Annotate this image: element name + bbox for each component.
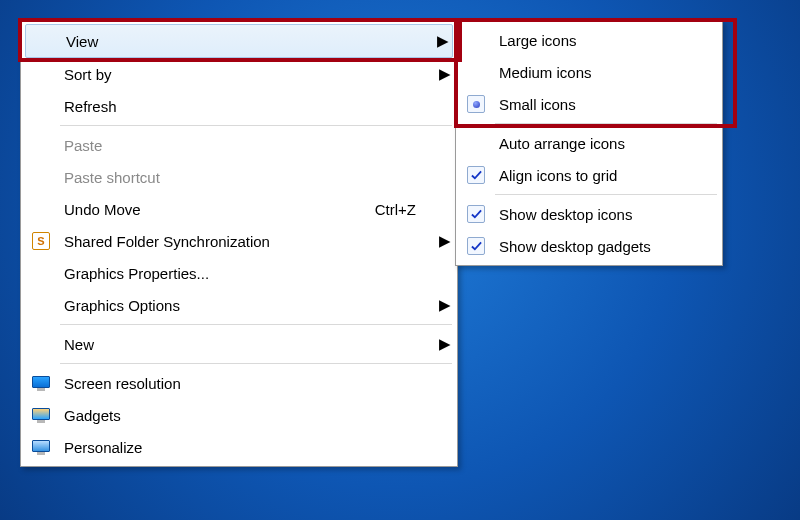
menu-item-sort-by[interactable]: Sort by ▶ [24,58,454,90]
desktop-background: View ▶ Sort by ▶ Refresh Paste Paste sho… [0,0,800,520]
menu-separator [60,125,452,126]
gadgets-icon [32,408,50,422]
menu-item-label: Graphics Properties... [58,265,436,282]
submenu-item-medium-icons[interactable]: Medium icons [459,56,719,88]
menu-separator [60,363,452,364]
menu-gutter [26,25,60,57]
menu-item-new[interactable]: New ▶ [24,328,454,360]
menu-item-label: Show desktop icons [493,206,719,223]
check-selected-icon [467,237,485,255]
menu-item-paste: Paste [24,129,454,161]
radio-selected-icon [467,95,485,113]
menu-item-label: Screen resolution [58,375,436,392]
menu-item-label: Small icons [493,96,719,113]
submenu-arrow-icon: ▶ [434,32,452,50]
monitor-icon [32,376,50,390]
view-submenu: Large icons Medium icons Small icons Aut… [455,20,723,266]
menu-item-label: Align icons to grid [493,167,719,184]
menu-item-label: Refresh [58,98,436,115]
submenu-arrow-icon: ▶ [436,296,454,314]
submenu-item-show-desktop-icons[interactable]: Show desktop icons [459,198,719,230]
menu-item-label: Graphics Options [58,297,436,314]
menu-item-label: Paste shortcut [58,169,436,186]
menu-item-label: New [58,336,436,353]
submenu-item-auto-arrange[interactable]: Auto arrange icons [459,127,719,159]
submenu-item-small-icons[interactable]: Small icons [459,88,719,120]
submenu-arrow-icon: ▶ [436,65,454,83]
menu-item-graphics-properties[interactable]: Graphics Properties... [24,257,454,289]
menu-item-label: Large icons [493,32,719,49]
menu-item-label: Shared Folder Synchronization [58,233,436,250]
submenu-item-show-desktop-gadgets[interactable]: Show desktop gadgets [459,230,719,262]
menu-item-shared-folder-sync[interactable]: S Shared Folder Synchronization ▶ [24,225,454,257]
menu-item-label: Sort by [58,66,436,83]
submenu-arrow-icon: ▶ [436,335,454,353]
menu-separator [60,324,452,325]
personalize-icon [32,440,50,454]
menu-item-label: Undo Move [58,201,375,218]
menu-item-label: Medium icons [493,64,719,81]
menu-item-label: View [60,33,434,50]
menu-item-screen-resolution[interactable]: Screen resolution [24,367,454,399]
menu-item-label: Personalize [58,439,436,456]
menu-item-gadgets[interactable]: Gadgets [24,399,454,431]
desktop-context-menu: View ▶ Sort by ▶ Refresh Paste Paste sho… [20,20,458,467]
menu-item-undo-move[interactable]: Undo Move Ctrl+Z [24,193,454,225]
menu-separator [495,123,717,124]
check-selected-icon [467,205,485,223]
menu-item-label: Paste [58,137,436,154]
submenu-item-large-icons[interactable]: Large icons [459,24,719,56]
menu-separator [495,194,717,195]
menu-item-graphics-options[interactable]: Graphics Options ▶ [24,289,454,321]
menu-item-paste-shortcut: Paste shortcut [24,161,454,193]
menu-item-refresh[interactable]: Refresh [24,90,454,122]
menu-item-label: Gadgets [58,407,436,424]
menu-item-label: Auto arrange icons [493,135,719,152]
menu-item-personalize[interactable]: Personalize [24,431,454,463]
check-selected-icon [467,166,485,184]
s-badge-icon: S [32,232,50,250]
menu-item-label: Show desktop gadgets [493,238,719,255]
submenu-item-align-to-grid[interactable]: Align icons to grid [459,159,719,191]
submenu-arrow-icon: ▶ [436,232,454,250]
menu-item-view[interactable]: View ▶ [25,24,453,58]
menu-item-accelerator: Ctrl+Z [375,201,436,218]
